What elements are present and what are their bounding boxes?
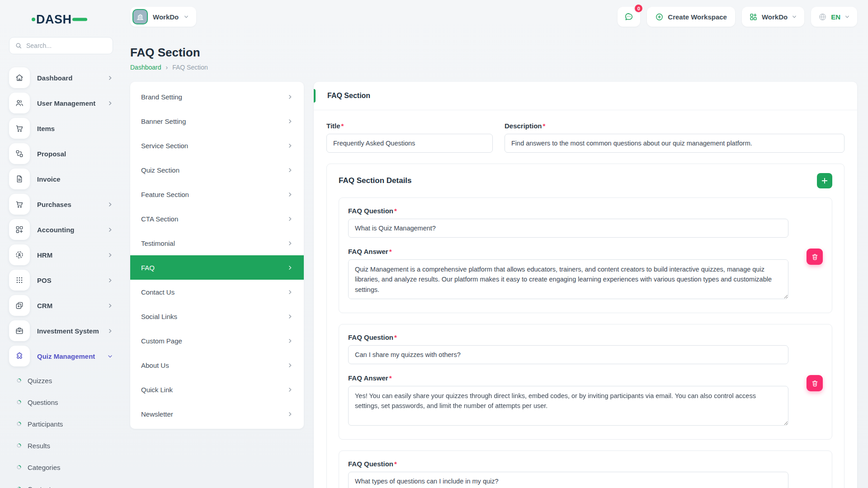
description-input[interactable]: [505, 134, 844, 153]
chevron-right-icon: [107, 303, 113, 309]
faq-question-input[interactable]: [348, 219, 788, 238]
building-icon: [136, 12, 145, 21]
topbar-actions: 0 Create Workspace WorkDo: [618, 7, 857, 27]
crm-icon: [9, 295, 30, 316]
sidebar-nav-item[interactable]: Accounting: [9, 217, 113, 242]
add-faq-button[interactable]: [817, 173, 832, 188]
sidebar-item-label: Investment System: [37, 327, 100, 335]
settings-menu-item-label: About Us: [141, 361, 287, 369]
settings-menu-item[interactable]: Social Links: [130, 304, 304, 328]
faq-item: FAQ Question* FAQ Answer*: [339, 450, 832, 488]
sidebar-subnav-item[interactable]: Questions: [9, 391, 113, 413]
settings-menu-item[interactable]: About Us: [130, 353, 304, 377]
sidebar-nav-item[interactable]: Items: [9, 116, 113, 141]
chat-bubble-icon: [624, 12, 634, 22]
globe-icon: [818, 13, 827, 21]
sidebar-nav-item[interactable]: CRM: [9, 293, 113, 318]
sidebar-nav-item[interactable]: Dashboard: [9, 65, 113, 90]
language-dropdown[interactable]: EN: [811, 7, 857, 27]
cart-icon: [9, 118, 30, 139]
create-workspace-button[interactable]: Create Workspace: [647, 7, 735, 27]
settings-menu-item-label: Newsletter: [141, 410, 287, 418]
delete-faq-button[interactable]: [807, 375, 823, 391]
sidebar-subnav-item[interactable]: Contact: [9, 478, 113, 488]
card-header: FAQ Section: [314, 82, 857, 110]
faq-question-input[interactable]: [348, 472, 788, 488]
settings-menu-item-label: Contact Us: [141, 288, 287, 296]
chevron-right-icon: [287, 216, 293, 222]
chevron-right-icon: [107, 75, 113, 81]
puzzle-icon: [9, 346, 30, 366]
faq-details-section: FAQ Section Details FAQ: [326, 164, 844, 488]
sidebar-nav-item[interactable]: Invoice: [9, 166, 113, 192]
breadcrumb-dashboard-link[interactable]: Dashboard: [130, 64, 161, 71]
settings-menu-item[interactable]: Quiz Section: [130, 158, 304, 182]
workflow-icon: [9, 143, 30, 164]
chevron-right-icon: [107, 100, 113, 106]
title-field: Title*: [326, 122, 493, 153]
sidebar-subnav-item[interactable]: Participants: [9, 413, 113, 435]
faq-item-actions: [797, 460, 823, 488]
search-input[interactable]: [26, 42, 108, 49]
required-asterisk: *: [543, 122, 546, 130]
title-label: Title*: [326, 122, 493, 130]
sidebar-item-label: Accounting: [37, 226, 100, 234]
settings-menu-item-label: Custom Page: [141, 337, 287, 345]
settings-menu-item[interactable]: Testimonial: [130, 231, 304, 255]
settings-menu-item[interactable]: Newsletter: [130, 402, 304, 426]
title-input[interactable]: [326, 134, 493, 153]
breadcrumb-separator: ›: [166, 64, 168, 71]
settings-menu-item[interactable]: Feature Section: [130, 182, 304, 206]
faq-question-label: FAQ Question*: [348, 333, 788, 341]
users-icon: [9, 93, 30, 113]
breadcrumb: Dashboard › FAQ Section: [130, 64, 857, 71]
card-title: FAQ Section: [327, 92, 370, 99]
chevron-right-icon: [287, 387, 293, 393]
workdo-apps-dropdown[interactable]: WorkDo: [742, 7, 804, 27]
required-asterisk: *: [394, 460, 397, 468]
sidebar-nav-item[interactable]: HRM: [9, 242, 113, 267]
svg-text:DASH: DASH: [36, 13, 72, 26]
sidebar-nav-item[interactable]: Investment System: [9, 318, 113, 343]
app-logo: DASH: [9, 11, 113, 27]
settings-menu-item[interactable]: FAQ: [130, 255, 304, 280]
create-workspace-label: Create Workspace: [668, 13, 727, 21]
sidebar-nav-item[interactable]: Proposal: [9, 141, 113, 166]
description-field: Description*: [505, 122, 844, 153]
faq-answer-textarea[interactable]: Quiz Management is a comprehensive platf…: [348, 259, 788, 299]
faq-answer-textarea[interactable]: Yes! You can easily share your quizzes t…: [348, 386, 788, 426]
sidebar-subnav-item[interactable]: Results: [9, 435, 113, 456]
settings-menu-item[interactable]: Brand Setting: [130, 84, 304, 109]
settings-menu-item[interactable]: Custom Page: [130, 328, 304, 353]
settings-menu-item[interactable]: Service Section: [130, 133, 304, 158]
language-label: EN: [831, 13, 840, 21]
progress-dot-icon: [16, 378, 22, 383]
quiz-management-subnav: Quizzes Questions Participants: [9, 370, 113, 488]
sidebar-nav: Dashboard User Management Items Proposal…: [9, 65, 113, 369]
messages-button[interactable]: 0: [618, 7, 640, 27]
faq-details-header: FAQ Section Details: [327, 164, 844, 197]
settings-menu-item[interactable]: Contact Us: [130, 280, 304, 304]
faq-item: FAQ Question* FAQ Answer* Yes! You can e…: [339, 324, 832, 440]
delete-faq-button[interactable]: [807, 249, 823, 265]
settings-menu-item[interactable]: CTA Section: [130, 206, 304, 231]
sidebar-subnav-item[interactable]: Quizzes: [9, 370, 113, 391]
sidebar-nav-item[interactable]: POS: [9, 267, 113, 293]
faq-question-input[interactable]: [348, 345, 788, 364]
faq-section-card: FAQ Section Title* Description*: [314, 82, 857, 488]
settings-menu-item-label: Banner Setting: [141, 117, 287, 125]
sidebar-nav-item[interactable]: Quiz Management: [9, 343, 113, 369]
main-area: WorkDo 0: [121, 0, 868, 488]
sidebar-nav-item[interactable]: User Management: [9, 90, 113, 116]
sidebar-item-label: Invoice: [37, 175, 113, 183]
sidebar-nav-item[interactable]: Purchases: [9, 192, 113, 217]
progress-dot-icon: [16, 465, 22, 470]
settings-menu-item[interactable]: Banner Setting: [130, 109, 304, 133]
settings-menu-item[interactable]: Quick Link: [130, 377, 304, 402]
faq-item: FAQ Question* FAQ Answer* Quiz Managemen…: [339, 197, 832, 313]
chevron-down-icon: [792, 14, 797, 19]
sidebar-subnav-item[interactable]: Categories: [9, 456, 113, 478]
plus-circle-icon: [655, 13, 664, 21]
topbar: WorkDo 0: [130, 7, 857, 27]
workspace-switcher[interactable]: WorkDo: [130, 7, 196, 27]
